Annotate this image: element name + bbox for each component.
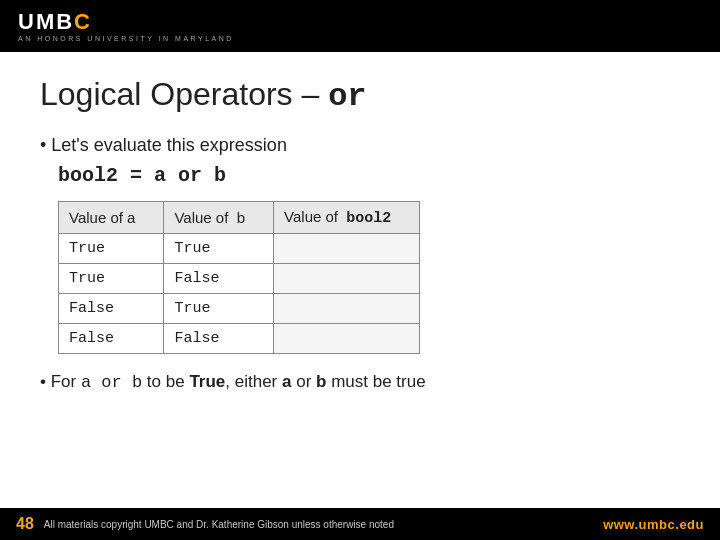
title-code: or (328, 78, 366, 115)
page-number: 48 (16, 515, 34, 533)
col-header-a: Value of a (59, 202, 164, 234)
col-header-bool2: Value of bool2 (274, 202, 420, 234)
logo-text: UMBC (18, 10, 234, 34)
footer: 48 All materials copyright UMBC and Dr. … (0, 508, 720, 540)
truth-table: Value of a Value of b Value of bool2 Tru… (58, 201, 420, 354)
logo-highlight: C (74, 9, 92, 34)
footer-left: 48 All materials copyright UMBC and Dr. … (16, 515, 394, 533)
code-expression: bool2 = a or b (58, 164, 680, 187)
or-keyword: or (101, 373, 121, 392)
table-row: False True (59, 294, 420, 324)
table-row: True True (59, 234, 420, 264)
footer-url: www.umbc.edu (603, 517, 704, 532)
bullet2-code1: a or b (81, 373, 142, 392)
col-header-b: Value of b (164, 202, 274, 234)
bullet2-b: b (316, 372, 326, 391)
header-bar: UMBC AN HONORS UNIVERSITY IN MARYLAND (0, 0, 720, 52)
bullet2-a: a (282, 372, 291, 391)
main-content: Logical Operators – or • Let's evaluate … (0, 52, 720, 402)
umbc-logo: UMBC AN HONORS UNIVERSITY IN MARYLAND (18, 10, 234, 42)
page-title: Logical Operators – or (40, 76, 680, 115)
bullet-2: • For a or b to be True, either a or b m… (40, 372, 680, 392)
table-row: True False (59, 264, 420, 294)
footer-copyright: All materials copyright UMBC and Dr. Kat… (44, 519, 394, 530)
bullet-1: • Let's evaluate this expression (40, 135, 680, 156)
logo-subtitle: AN HONORS UNIVERSITY IN MARYLAND (18, 35, 234, 42)
title-text: Logical Operators – (40, 76, 328, 112)
table-row: False False (59, 324, 420, 354)
bullet2-true: True (189, 372, 225, 391)
